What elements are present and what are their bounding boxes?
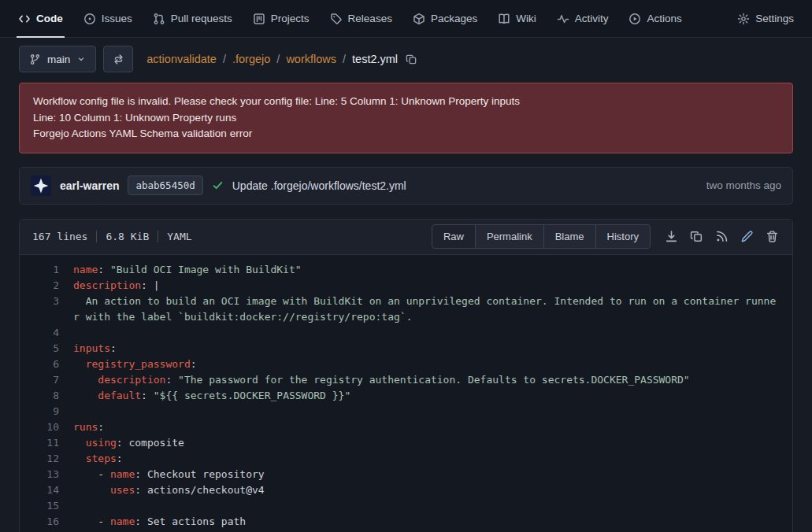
line-content: runs: <box>73 419 792 435</box>
error-banner: Workflow config file is invalid. Please … <box>19 83 793 153</box>
tab-code[interactable]: Code <box>8 0 73 37</box>
code-line: 1name: "Build OCI Image with BuildKit" <box>20 262 792 278</box>
chevron-down-icon <box>76 54 86 64</box>
tab-releases[interactable]: Releases <box>320 0 402 37</box>
line-number[interactable]: 13 <box>20 467 73 482</box>
pulse-icon <box>557 13 569 25</box>
line-number[interactable]: 17 <box>20 530 73 532</box>
breadcrumb-forgejo[interactable]: .forgejo <box>232 53 270 65</box>
code-line: 12 steps: <box>20 451 792 467</box>
line-content: name: "Build OCI Image with BuildKit" <box>73 262 792 278</box>
line-number[interactable]: 15 <box>20 498 73 514</box>
breadcrumb: actionvalidate/.forgejo/workflows/test2.… <box>146 53 398 65</box>
tab-pull-requests[interactable]: Pull requests <box>143 0 243 37</box>
code-line: 14 uses: actions/checkout@v4 <box>20 482 792 498</box>
commit-age: two months ago <box>706 179 781 191</box>
tab-label: Releases <box>348 13 392 24</box>
line-number[interactable]: 16 <box>20 514 73 530</box>
line-content: description: "The password for the regis… <box>73 372 792 388</box>
line-number[interactable]: 12 <box>20 451 73 467</box>
breadcrumb-workflows[interactable]: workflows <box>286 53 336 65</box>
line-number[interactable]: 7 <box>20 372 73 388</box>
line-number[interactable]: 14 <box>20 482 73 498</box>
ci-success-check-icon[interactable] <box>212 179 224 191</box>
edit-button[interactable] <box>736 226 758 247</box>
line-content: steps: <box>73 451 792 467</box>
line-content: - name: Set actions path <box>73 514 792 530</box>
code-line: 13 - name: Checkout repository <box>20 467 792 482</box>
avatar[interactable] <box>31 175 51 196</box>
code-line: 11 using: composite <box>20 435 792 451</box>
edit-icon <box>740 230 754 243</box>
commit-message[interactable]: Update .forgejo/workflows/test2.yml <box>232 179 406 192</box>
file-actions: RawPermalinkBlameHistory <box>432 224 783 249</box>
breadcrumb-test2.yml: test2.yml <box>352 53 398 65</box>
code-line: 4 <box>20 325 792 341</box>
line-number[interactable]: 3 <box>20 294 73 325</box>
play-circle-icon <box>628 13 641 25</box>
history-button[interactable]: History <box>595 224 651 249</box>
line-number[interactable]: 1 <box>20 262 73 278</box>
copy-icon <box>690 230 703 243</box>
download-icon <box>665 230 678 243</box>
pull-request-icon <box>153 13 165 25</box>
code-line: 15 <box>20 498 792 514</box>
line-number[interactable]: 4 <box>20 325 73 341</box>
tab-label: Activity <box>575 13 609 24</box>
tab-label: Pull requests <box>171 13 232 24</box>
download-button[interactable] <box>661 226 682 247</box>
file-meta-item: 167 lines <box>32 231 96 242</box>
permalink-button[interactable]: Permalink <box>475 224 544 249</box>
compare-icon <box>113 54 124 65</box>
file-meta-item: 6.8 KiB <box>96 231 158 242</box>
raw-button[interactable]: Raw <box>432 224 476 249</box>
repo-tabs: CodeIssuesPull requestsProjectsReleasesP… <box>8 0 692 37</box>
line-number[interactable]: 6 <box>20 357 73 372</box>
commit-sha-badge[interactable]: abab65450d <box>128 175 202 195</box>
line-content: uses: actions/checkout@v4 <box>73 482 792 498</box>
line-number[interactable]: 11 <box>20 435 73 451</box>
tab-settings[interactable]: Settings <box>727 0 804 37</box>
line-content <box>73 404 792 419</box>
code-line: 16 - name: Set actions path <box>20 514 792 530</box>
code-line: 2description: | <box>20 278 792 294</box>
issue-icon <box>83 13 96 25</box>
line-content <box>73 325 792 341</box>
line-content: An action to build an OCI image with Bui… <box>73 294 792 325</box>
top-navigation: CodeIssuesPull requestsProjectsReleasesP… <box>0 0 812 38</box>
line-number[interactable]: 9 <box>20 404 73 419</box>
file-action-icons <box>661 226 783 247</box>
code-line: 7 description: "The password for the reg… <box>20 372 792 388</box>
line-number[interactable]: 8 <box>20 388 73 404</box>
commit-author[interactable]: earl-warren <box>60 179 119 192</box>
line-number[interactable]: 2 <box>20 278 73 294</box>
file-meta-item: YAML <box>158 231 200 242</box>
copy-path-button[interactable] <box>406 54 417 65</box>
line-content: default: "${{ secrets.DOCKER_PASSWORD }}… <box>73 388 792 404</box>
line-number[interactable]: 10 <box>20 419 73 435</box>
branch-icon <box>29 54 41 65</box>
delete-icon <box>766 230 779 243</box>
copy-icon <box>406 54 417 65</box>
settings-label: Settings <box>755 13 794 24</box>
compare-button[interactable] <box>103 46 133 72</box>
repo-file-page: main actionvalidate/.forgejo/workflows/t… <box>0 38 812 532</box>
line-content: shell: bash <box>73 530 792 532</box>
rss-button[interactable] <box>711 226 732 247</box>
tab-activity[interactable]: Activity <box>547 0 619 37</box>
book-icon <box>498 13 510 25</box>
tab-wiki[interactable]: Wiki <box>488 0 547 37</box>
delete-button[interactable] <box>762 226 783 247</box>
line-content: using: composite <box>73 435 792 451</box>
tab-issues[interactable]: Issues <box>73 0 143 37</box>
rss-icon <box>715 230 729 243</box>
tab-label: Projects <box>271 13 310 24</box>
branch-selector[interactable]: main <box>19 46 96 72</box>
tab-actions[interactable]: Actions <box>618 0 691 37</box>
breadcrumb-actionvalidate[interactable]: actionvalidate <box>146 53 217 65</box>
tab-packages[interactable]: Packages <box>402 0 488 37</box>
blame-button[interactable]: Blame <box>543 224 596 249</box>
line-number[interactable]: 5 <box>20 341 73 357</box>
copy-button[interactable] <box>686 226 707 247</box>
tab-projects[interactable]: Projects <box>243 0 320 37</box>
